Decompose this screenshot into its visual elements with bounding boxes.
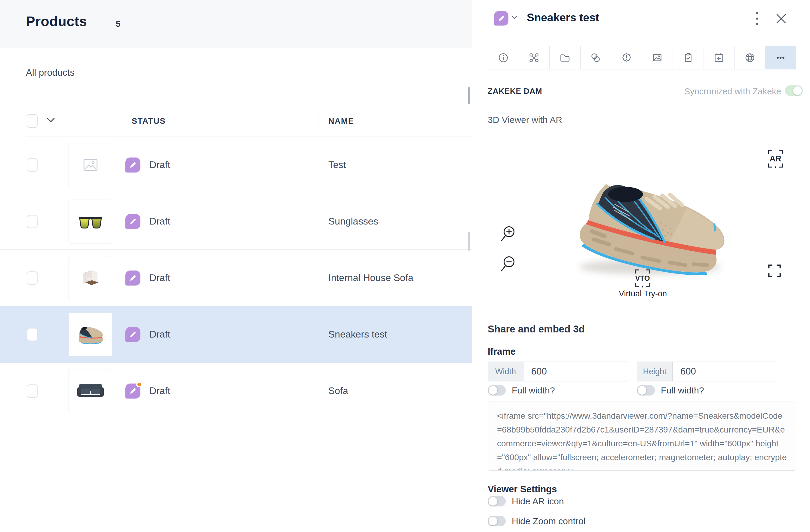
chevron-down-icon[interactable]	[47, 118, 55, 123]
folder-icon	[558, 51, 571, 64]
chevron-down-icon[interactable]	[512, 16, 517, 19]
status-label: Draft	[149, 272, 170, 283]
app-window: Products 5 All products STATUS NAME	[0, 0, 810, 532]
toolbar-button-link-rings[interactable]	[580, 46, 612, 69]
fullscreen-icon[interactable]	[767, 263, 782, 278]
pencil-icon	[129, 387, 137, 395]
hide-ar-row: Hide AR icon	[488, 496, 564, 506]
vto-label: VTO	[635, 274, 650, 283]
product-name: Sofa	[328, 385, 348, 396]
row-checkbox[interactable]	[27, 328, 37, 341]
iframe-height-group: Height	[637, 362, 777, 381]
embed-code-box[interactable]: <iframe src="https://www.3dandarviewer.c…	[488, 402, 796, 471]
pencil-icon	[129, 161, 137, 169]
iframe-width-group: Width	[488, 362, 628, 381]
alert-icon	[620, 51, 633, 64]
toolbar-button-clipboard-check[interactable]	[673, 46, 704, 69]
hide-ar-toggle[interactable]	[488, 496, 506, 506]
vto-caption: Virtual Try-on	[610, 289, 676, 298]
product-type-badge[interactable]	[494, 11, 508, 26]
table-row-selected[interactable]: Draft Sneakers test	[0, 306, 472, 363]
toolbar-button-info[interactable]	[488, 46, 519, 69]
sunglasses-image	[77, 208, 104, 235]
hide-ar-label: Hide AR icon	[512, 496, 564, 506]
full-width-label: Full width?	[661, 385, 704, 396]
toolbar-button-more[interactable]	[765, 46, 796, 69]
height-input[interactable]	[673, 362, 777, 381]
product-thumbnail	[68, 143, 112, 187]
pencil-icon	[129, 331, 137, 338]
sneaker-image	[75, 323, 106, 346]
link-rings-icon	[589, 51, 602, 64]
toolbar-button-globe[interactable]	[734, 46, 765, 69]
full-width-label: Full width?	[512, 385, 555, 396]
image-placeholder-icon	[82, 156, 99, 174]
pencil-icon	[129, 218, 137, 226]
hide-zoom-row: Hide Zoom control	[488, 516, 585, 526]
draft-pencil-badge	[125, 214, 141, 229]
product-name: Sneakers test	[328, 329, 387, 340]
table-row[interactable]: Draft Internal House Sofa	[0, 250, 472, 306]
column-header-name[interactable]: NAME	[328, 117, 354, 126]
viewer-section-label: 3D Viewer with AR	[488, 115, 562, 125]
width-prefix-label: Width	[488, 362, 523, 381]
width-full-width-toggle[interactable]	[488, 385, 506, 396]
row-checkbox[interactable]	[27, 159, 37, 172]
sync-toggle[interactable]	[785, 85, 803, 96]
toolbar-button-image[interactable]	[642, 46, 673, 69]
tab-all-products[interactable]: All products	[26, 67, 75, 78]
close-icon[interactable]	[773, 11, 789, 27]
kebab-menu-icon[interactable]	[749, 11, 765, 27]
zoom-in-icon[interactable]	[499, 225, 517, 244]
more-icon	[774, 51, 787, 64]
toolbar-button-folder[interactable]	[549, 46, 581, 69]
toolbar-button-calendar-return[interactable]	[703, 46, 735, 69]
globe-icon	[744, 51, 756, 64]
column-header-status[interactable]: STATUS	[132, 117, 166, 126]
toolbar-button-alert[interactable]	[611, 46, 642, 69]
status-label: Draft	[149, 159, 170, 170]
table-row[interactable]: Draft Test	[0, 137, 472, 193]
select-all-checkbox[interactable]	[27, 114, 37, 128]
sneaker-3d-model[interactable]	[560, 178, 734, 280]
sofa-image	[76, 381, 106, 401]
status-label: Draft	[149, 385, 170, 396]
draft-pencil-badge	[125, 157, 141, 172]
image-icon	[651, 51, 664, 64]
height-prefix-label: Height	[637, 362, 673, 381]
zoom-out-icon[interactable]	[499, 255, 517, 273]
height-full-width-toggle[interactable]	[637, 385, 655, 396]
width-input[interactable]	[523, 362, 628, 381]
toolbar-button-nodes[interactable]	[519, 46, 550, 69]
page-title: Products	[26, 13, 87, 30]
product-thumbnail	[68, 200, 112, 244]
column-divider	[318, 111, 319, 129]
row-checkbox[interactable]	[27, 384, 37, 398]
iframe-label: Iframe	[488, 346, 516, 357]
panel-toolbar	[488, 46, 796, 69]
product-table: Draft Test	[0, 137, 472, 419]
hide-zoom-toggle[interactable]	[488, 516, 506, 526]
info-icon	[497, 51, 509, 64]
draft-pencil-badge	[125, 327, 141, 342]
table-header-rule	[26, 136, 472, 136]
pencil-icon	[129, 274, 137, 282]
product-thumbnail	[68, 313, 112, 356]
scrollbar-thumb[interactable]	[468, 87, 470, 104]
status-label: Draft	[149, 329, 170, 340]
table-row[interactable]: Draft Sunglasses	[0, 193, 472, 250]
product-name: Test	[328, 159, 346, 170]
vto-button[interactable]: VTO	[634, 269, 651, 288]
row-checkbox[interactable]	[27, 215, 37, 228]
hide-zoom-label: Hide Zoom control	[512, 516, 585, 526]
draft-pencil-badge	[125, 270, 141, 285]
product-name: Sunglasses	[328, 216, 378, 227]
nodes-icon	[528, 51, 540, 64]
panel-title: Sneakers test	[527, 12, 599, 24]
table-row[interactable]: Draft Sofa	[0, 363, 472, 419]
ar-button[interactable]: AR	[767, 149, 784, 168]
scrollbar-thumb[interactable]	[468, 232, 470, 251]
row-checkbox[interactable]	[27, 271, 37, 285]
sync-toggle-label: Syncronized with Zakeke	[684, 86, 781, 97]
product-name: Internal House Sofa	[328, 272, 414, 283]
